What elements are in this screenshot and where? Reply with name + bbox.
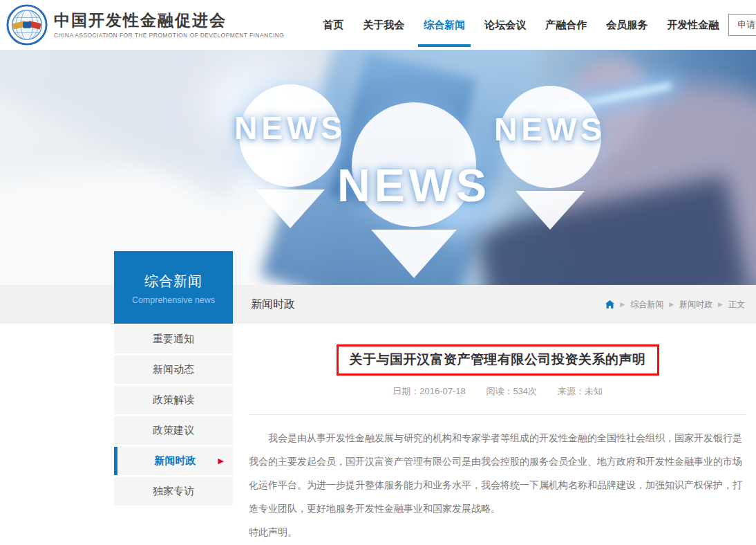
article-paragraph: 特此声明。 (249, 520, 746, 544)
hero-banner: NEWS NEWS NEWS (0, 50, 756, 285)
sidebar-item-exclusive-interviews[interactable]: 独家专访 (114, 477, 233, 506)
news-text-center: NEWS (337, 159, 491, 212)
sidebar-item-label: 独家专访 (153, 485, 194, 498)
breadcrumb-item-article[interactable]: 正文 (728, 299, 745, 311)
sidebar-menu: 重要通知 新闻动态 政策解读 政策建议 新闻时政 ▶ 独家专访 (114, 325, 233, 506)
article-meta: 日期：2016-07-18 阅读：534次 来源：未知 (249, 385, 746, 398)
meta-read-count: 阅读：534次 (486, 386, 537, 396)
page-section-title: 新闻时政 (251, 297, 295, 312)
breadcrumb-separator-icon: ▶ (718, 301, 723, 308)
news-text-left: NEWS (234, 109, 346, 147)
breadcrumb-item-current-affairs[interactable]: 新闻时政 (679, 299, 712, 311)
news-globe-right: NEWS (499, 86, 601, 230)
sidebar-item-current-affairs[interactable]: 新闻时政 ▶ (114, 447, 233, 475)
meta-date: 日期：2016-07-18 (393, 386, 466, 396)
sidebar-item-label: 新闻动态 (153, 363, 194, 376)
sidebar-item-label: 新闻时政 (155, 454, 196, 468)
article-paragraph: 我会是由从事开发性金融发展与研究的机构和专家学者等组成的开发性金融的全国性社会组… (249, 426, 746, 520)
sidebar-item-important-notices[interactable]: 重要通知 (114, 325, 233, 353)
sidebar-item-label: 重要通知 (153, 333, 194, 346)
sidebar-item-policy-suggestions[interactable]: 政策建议 (114, 416, 233, 445)
article-content: 关于与国开汉富资产管理有限公司投资关系的声明 日期：2016-07-18 阅读：… (249, 344, 748, 545)
news-text-right: NEWS (494, 111, 606, 148)
sidebar-title-zh: 综合新闻 (114, 272, 233, 290)
breadcrumb-separator-icon: ▶ (620, 301, 625, 308)
news-globe-center: NEWS (352, 102, 476, 278)
sidebar-title-en: Comprehensive news (114, 295, 233, 305)
breadcrumb-separator-icon: ▶ (669, 301, 674, 308)
title-highlight-box: 关于与国开汉富资产管理有限公司投资关系的声明 (337, 344, 659, 376)
breadcrumb-item-news[interactable]: 综合新闻 (630, 299, 663, 311)
meta-source: 来源：未知 (558, 386, 603, 396)
sidebar-item-label: 政策建议 (153, 424, 194, 437)
sidebar: 综合新闻 Comprehensive news 重要通知 新闻动态 政策解读 政… (114, 251, 233, 508)
nav-item-forum[interactable]: 论坛会议 (475, 0, 536, 50)
home-icon[interactable] (605, 300, 614, 308)
org-name-en: CHINA ASSOCIATION FOR THE PROMOTION OF D… (54, 32, 284, 39)
apply-membership-button[interactable]: 申请成为开促会会员 (728, 14, 756, 36)
breadcrumb: ▶ 综合新闻 ▶ 新闻时政 ▶ 正文 (605, 299, 745, 311)
org-logo-text: 中国开发性金融促进会 CHINA ASSOCIATION FOR THE PRO… (54, 11, 284, 39)
sidebar-item-policy-interpretation[interactable]: 政策解读 (114, 386, 233, 414)
globe-wedge (256, 190, 325, 228)
globe-wedge (371, 230, 457, 278)
nav-item-news[interactable]: 综合新闻 (414, 0, 475, 50)
article-title: 关于与国开汉富资产管理有限公司投资关系的声明 (350, 351, 646, 369)
globe-wedge (516, 191, 585, 230)
main-nav: 首页 关于我会 综合新闻 论坛会议 产融合作 会员服务 开发性金融 (313, 0, 728, 50)
active-item-arrow-icon: ▶ (218, 456, 224, 465)
nav-item-about[interactable]: 关于我会 (353, 0, 414, 50)
sidebar-item-label: 政策解读 (153, 394, 194, 407)
sidebar-header: 综合新闻 Comprehensive news (114, 251, 233, 324)
org-name-zh: 中国开发性金融促进会 (54, 11, 284, 30)
org-logo[interactable]: 中国开发性金融促进会 CHINA ASSOCIATION FOR THE PRO… (6, 3, 284, 46)
nav-item-member-services[interactable]: 会员服务 (596, 0, 657, 50)
page: 中国开发性金融促进会 CHINA ASSOCIATION FOR THE PRO… (0, 0, 756, 545)
meta-divider (249, 414, 746, 415)
org-logo-emblem (6, 3, 48, 46)
nav-item-development-finance[interactable]: 开发性金融 (657, 0, 728, 50)
site-header: 中国开发性金融促进会 CHINA ASSOCIATION FOR THE PRO… (0, 0, 756, 50)
news-globe-left: NEWS (239, 84, 341, 228)
article-body: 我会是由从事开发性金融发展与研究的机构和专家学者等组成的开发性金融的全国性社会组… (249, 426, 746, 544)
nav-item-cooperation[interactable]: 产融合作 (536, 0, 596, 50)
sidebar-item-news-updates[interactable]: 新闻动态 (114, 355, 233, 384)
nav-item-home[interactable]: 首页 (313, 0, 353, 50)
